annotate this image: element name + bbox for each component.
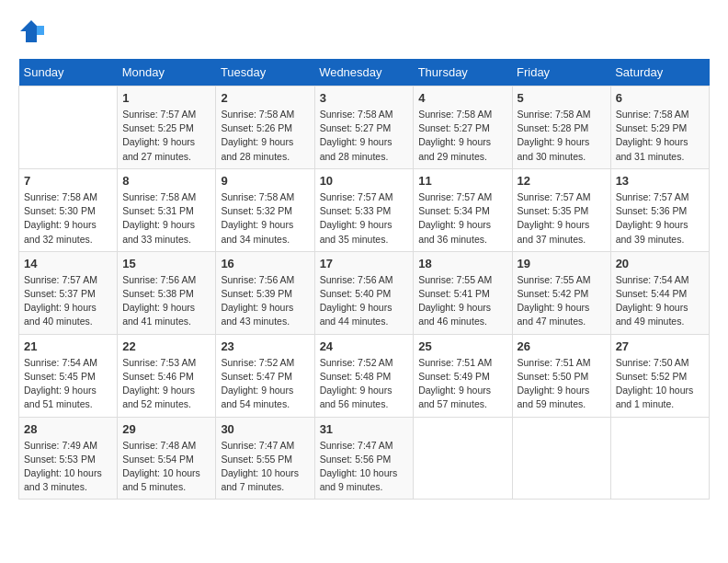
day-number: 8 <box>122 174 210 188</box>
calendar-cell: 11Sunrise: 7:57 AMSunset: 5:34 PMDayligh… <box>414 168 512 251</box>
day-info: Sunrise: 7:53 AMSunset: 5:46 PMDaylight:… <box>122 356 210 412</box>
page-header <box>18 18 710 44</box>
logo <box>18 18 48 44</box>
day-info: Sunrise: 7:52 AMSunset: 5:48 PMDaylight:… <box>320 356 409 412</box>
day-number: 9 <box>221 174 309 188</box>
day-number: 4 <box>418 91 506 105</box>
day-number: 1 <box>122 91 210 105</box>
day-number: 15 <box>122 257 210 270</box>
day-number: 21 <box>24 339 112 353</box>
day-info: Sunrise: 7:51 AMSunset: 5:50 PMDaylight:… <box>518 356 606 412</box>
calendar-cell: 20Sunrise: 7:54 AMSunset: 5:44 PMDayligh… <box>610 251 709 334</box>
day-number: 25 <box>418 339 506 353</box>
calendar-week-4: 21Sunrise: 7:54 AMSunset: 5:45 PMDayligh… <box>19 334 710 417</box>
calendar-week-3: 14Sunrise: 7:57 AMSunset: 5:37 PMDayligh… <box>19 251 710 334</box>
day-info: Sunrise: 7:58 AMSunset: 5:26 PMDaylight:… <box>221 108 309 164</box>
day-number: 5 <box>518 91 606 105</box>
calendar-cell <box>512 417 610 500</box>
day-info: Sunrise: 7:47 AMSunset: 5:55 PMDaylight:… <box>221 439 309 495</box>
day-number: 24 <box>320 339 409 353</box>
day-number: 31 <box>320 422 409 436</box>
day-header-saturday: Saturday <box>610 59 709 86</box>
day-info: Sunrise: 7:58 AMSunset: 5:27 PMDaylight:… <box>418 108 506 164</box>
day-number: 19 <box>518 257 606 270</box>
day-number: 12 <box>518 174 606 188</box>
calendar-cell: 28Sunrise: 7:49 AMSunset: 5:53 PMDayligh… <box>19 417 118 500</box>
day-info: Sunrise: 7:58 AMSunset: 5:28 PMDaylight:… <box>518 108 606 164</box>
day-number: 20 <box>616 257 704 270</box>
day-info: Sunrise: 7:57 AMSunset: 5:36 PMDaylight:… <box>616 190 704 247</box>
calendar-cell: 27Sunrise: 7:50 AMSunset: 5:52 PMDayligh… <box>610 334 709 417</box>
day-info: Sunrise: 7:48 AMSunset: 5:54 PMDaylight:… <box>122 439 210 495</box>
calendar-cell: 9Sunrise: 7:58 AMSunset: 5:32 PMDaylight… <box>216 168 314 251</box>
calendar-cell: 14Sunrise: 7:57 AMSunset: 5:37 PMDayligh… <box>19 251 118 334</box>
calendar-week-1: 1Sunrise: 7:57 AMSunset: 5:25 PMDaylight… <box>19 86 710 169</box>
day-info: Sunrise: 7:57 AMSunset: 5:37 PMDaylight:… <box>24 273 112 329</box>
calendar-cell: 15Sunrise: 7:56 AMSunset: 5:38 PMDayligh… <box>118 251 216 334</box>
day-info: Sunrise: 7:50 AMSunset: 5:52 PMDaylight:… <box>616 356 704 412</box>
calendar-cell: 21Sunrise: 7:54 AMSunset: 5:45 PMDayligh… <box>19 334 118 417</box>
logo-icon <box>18 18 44 44</box>
calendar-cell <box>19 86 118 169</box>
day-info: Sunrise: 7:54 AMSunset: 5:44 PMDaylight:… <box>616 273 704 329</box>
calendar-cell: 30Sunrise: 7:47 AMSunset: 5:55 PMDayligh… <box>216 417 314 500</box>
day-info: Sunrise: 7:49 AMSunset: 5:53 PMDaylight:… <box>24 439 112 495</box>
day-number: 27 <box>616 339 704 353</box>
day-info: Sunrise: 7:56 AMSunset: 5:40 PMDaylight:… <box>320 273 409 329</box>
day-number: 29 <box>122 422 210 436</box>
calendar-cell: 18Sunrise: 7:55 AMSunset: 5:41 PMDayligh… <box>414 251 512 334</box>
day-info: Sunrise: 7:54 AMSunset: 5:45 PMDaylight:… <box>24 356 112 412</box>
days-of-week-row: SundayMondayTuesdayWednesdayThursdayFrid… <box>19 59 710 86</box>
calendar-table: SundayMondayTuesdayWednesdayThursdayFrid… <box>18 59 710 500</box>
day-header-wednesday: Wednesday <box>314 59 414 86</box>
calendar-cell: 17Sunrise: 7:56 AMSunset: 5:40 PMDayligh… <box>314 251 414 334</box>
day-info: Sunrise: 7:58 AMSunset: 5:31 PMDaylight:… <box>122 190 210 247</box>
day-number: 26 <box>518 339 606 353</box>
day-number: 2 <box>221 91 309 105</box>
day-header-tuesday: Tuesday <box>216 59 314 86</box>
day-number: 18 <box>418 257 506 270</box>
calendar-cell: 25Sunrise: 7:51 AMSunset: 5:49 PMDayligh… <box>414 334 512 417</box>
svg-marker-1 <box>37 26 44 35</box>
day-number: 22 <box>122 339 210 353</box>
day-info: Sunrise: 7:51 AMSunset: 5:49 PMDaylight:… <box>418 356 506 412</box>
day-number: 3 <box>320 91 409 105</box>
calendar-cell: 26Sunrise: 7:51 AMSunset: 5:50 PMDayligh… <box>512 334 610 417</box>
day-number: 30 <box>221 422 309 436</box>
day-info: Sunrise: 7:58 AMSunset: 5:29 PMDaylight:… <box>616 108 704 164</box>
day-number: 23 <box>221 339 309 353</box>
calendar-cell: 4Sunrise: 7:58 AMSunset: 5:27 PMDaylight… <box>414 86 512 169</box>
calendar-cell: 13Sunrise: 7:57 AMSunset: 5:36 PMDayligh… <box>610 168 709 251</box>
calendar-cell <box>610 417 709 500</box>
calendar-cell: 1Sunrise: 7:57 AMSunset: 5:25 PMDaylight… <box>118 86 216 169</box>
day-info: Sunrise: 7:58 AMSunset: 5:32 PMDaylight:… <box>221 190 309 247</box>
calendar-cell: 3Sunrise: 7:58 AMSunset: 5:27 PMDaylight… <box>314 86 414 169</box>
day-header-thursday: Thursday <box>414 59 512 86</box>
calendar-cell: 10Sunrise: 7:57 AMSunset: 5:33 PMDayligh… <box>314 168 414 251</box>
calendar-cell: 31Sunrise: 7:47 AMSunset: 5:56 PMDayligh… <box>314 417 414 500</box>
day-number: 7 <box>24 174 112 188</box>
calendar-cell: 8Sunrise: 7:58 AMSunset: 5:31 PMDaylight… <box>118 168 216 251</box>
day-number: 17 <box>320 257 409 270</box>
day-info: Sunrise: 7:52 AMSunset: 5:47 PMDaylight:… <box>221 356 309 412</box>
day-header-monday: Monday <box>118 59 216 86</box>
day-info: Sunrise: 7:57 AMSunset: 5:34 PMDaylight:… <box>418 190 506 247</box>
day-info: Sunrise: 7:57 AMSunset: 5:25 PMDaylight:… <box>122 108 210 164</box>
day-info: Sunrise: 7:47 AMSunset: 5:56 PMDaylight:… <box>320 439 409 495</box>
day-info: Sunrise: 7:57 AMSunset: 5:35 PMDaylight:… <box>518 190 606 247</box>
day-number: 6 <box>616 91 704 105</box>
day-info: Sunrise: 7:57 AMSunset: 5:33 PMDaylight:… <box>320 190 409 247</box>
calendar-cell: 5Sunrise: 7:58 AMSunset: 5:28 PMDaylight… <box>512 86 610 169</box>
calendar-cell: 16Sunrise: 7:56 AMSunset: 5:39 PMDayligh… <box>216 251 314 334</box>
day-header-sunday: Sunday <box>19 59 118 86</box>
calendar-cell: 19Sunrise: 7:55 AMSunset: 5:42 PMDayligh… <box>512 251 610 334</box>
calendar-cell: 29Sunrise: 7:48 AMSunset: 5:54 PMDayligh… <box>118 417 216 500</box>
day-number: 13 <box>616 174 704 188</box>
day-number: 10 <box>320 174 409 188</box>
day-number: 16 <box>221 257 309 270</box>
calendar-cell: 2Sunrise: 7:58 AMSunset: 5:26 PMDaylight… <box>216 86 314 169</box>
day-number: 14 <box>24 257 112 270</box>
day-header-friday: Friday <box>512 59 610 86</box>
calendar-week-2: 7Sunrise: 7:58 AMSunset: 5:30 PMDaylight… <box>19 168 710 251</box>
day-info: Sunrise: 7:55 AMSunset: 5:42 PMDaylight:… <box>518 273 606 329</box>
